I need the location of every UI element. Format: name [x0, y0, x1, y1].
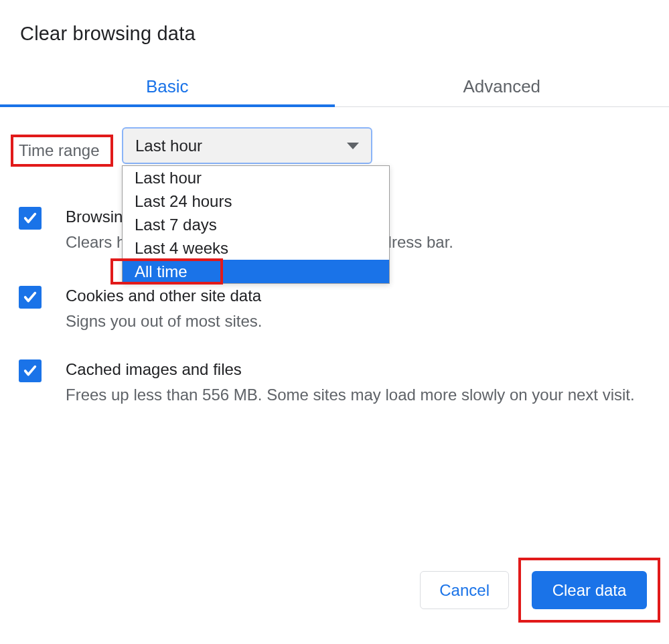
tab-bar: Basic Advanced [0, 67, 669, 107]
time-range-option-last-hour[interactable]: Last hour [123, 166, 389, 189]
option-desc: Frees up less than 556 MB. Some sites ma… [66, 382, 635, 408]
option-cache: Cached images and files Frees up less th… [19, 357, 635, 408]
time-range-dropdown: Last hour Last 24 hours Last 7 days Last… [122, 165, 390, 284]
time-range-selected-value: Last hour [135, 137, 202, 155]
option-title: Cookies and other site data [66, 283, 262, 309]
checkmark-icon [22, 211, 38, 226]
checkmark-icon [22, 364, 38, 378]
chevron-down-icon [347, 143, 359, 149]
time-range-select[interactable]: Last hour [122, 127, 372, 164]
option-desc: Signs you out of most sites. [66, 309, 262, 334]
time-range-option-label: All time [135, 262, 188, 281]
clear-data-button[interactable]: Clear data [532, 571, 647, 609]
time-range-option-last-7-days[interactable]: Last 7 days [123, 213, 389, 236]
checkbox-cache[interactable] [19, 359, 42, 382]
time-range-option-all-time[interactable]: All time [123, 260, 389, 283]
checkmark-icon [22, 290, 38, 305]
time-range-option-last-24-hours[interactable]: Last 24 hours [123, 189, 389, 213]
tab-advanced[interactable]: Advanced [335, 67, 670, 106]
option-cookies: Cookies and other site data Signs you ou… [19, 283, 262, 334]
time-range-option-last-4-weeks[interactable]: Last 4 weeks [123, 236, 389, 260]
checkbox-browsing-history[interactable] [19, 207, 42, 230]
clear-data-highlight: Clear data [520, 559, 659, 621]
option-title: Cached images and files [66, 357, 635, 382]
time-range-label: Time range [12, 136, 112, 165]
checkbox-cookies[interactable] [19, 286, 42, 309]
cancel-button[interactable]: Cancel [420, 571, 509, 609]
tab-basic[interactable]: Basic [0, 67, 335, 106]
dialog-title: Clear browsing data [20, 23, 196, 45]
dialog-buttons: Cancel Clear data [420, 559, 659, 621]
